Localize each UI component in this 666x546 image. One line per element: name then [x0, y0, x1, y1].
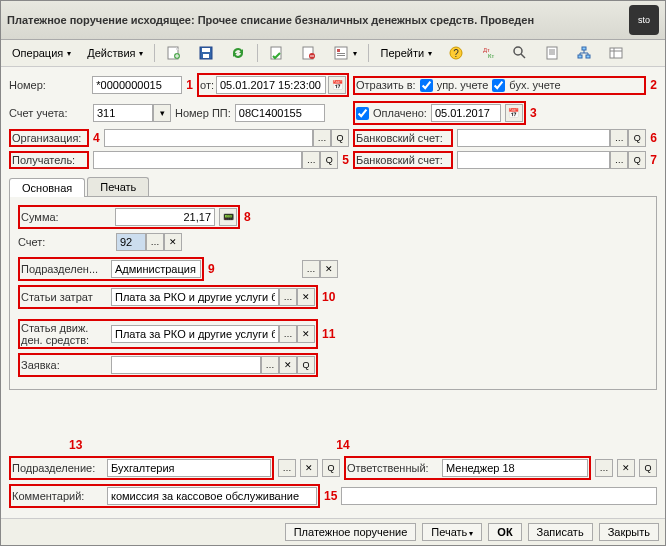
- comment-input-ext[interactable]: [341, 487, 657, 505]
- request-clear-icon[interactable]: ✕: [279, 356, 297, 374]
- footer-ok-button[interactable]: ОК: [488, 523, 521, 541]
- recipient-open-icon[interactable]: Q: [320, 151, 338, 169]
- bottom-podrazd-select-icon[interactable]: …: [278, 459, 296, 477]
- resp-clear-icon[interactable]: ✕: [617, 459, 635, 477]
- tab-main[interactable]: Основная: [9, 178, 85, 197]
- recipient-label: Получатель:: [9, 151, 89, 169]
- tool-find-icon[interactable]: [505, 42, 535, 64]
- tool-unpost-icon[interactable]: [294, 42, 324, 64]
- toolbar: Операция Действия Перейти ? ДтКт: [1, 40, 665, 67]
- footer-close-button[interactable]: Закрыть: [599, 523, 659, 541]
- move-clear-icon[interactable]: ✕: [297, 325, 315, 343]
- request-select-icon[interactable]: …: [261, 356, 279, 374]
- footer-save-button[interactable]: Записать: [528, 523, 593, 541]
- account-label: Счет учета:: [9, 107, 89, 119]
- app-logo: sto: [629, 5, 659, 35]
- org-select-icon[interactable]: …: [313, 129, 331, 147]
- comment-label: Комментарий:: [12, 490, 107, 502]
- bank1-open-icon[interactable]: Q: [628, 129, 646, 147]
- content-area: Номер: 1 от: 📅 Отразить в: упр. учете бу…: [1, 67, 665, 518]
- resp-input[interactable]: [442, 459, 588, 477]
- footer-pp-button[interactable]: Платежное поручение: [285, 523, 417, 541]
- request-open-icon[interactable]: Q: [297, 356, 315, 374]
- schet-clear-icon[interactable]: ✕: [164, 233, 182, 251]
- paid-checkbox[interactable]: [356, 107, 369, 120]
- tool-report-icon[interactable]: [326, 42, 364, 64]
- sum-input[interactable]: [115, 208, 215, 226]
- tool-add-icon[interactable]: [159, 42, 189, 64]
- bank2-select-icon[interactable]: …: [610, 151, 628, 169]
- svg-rect-18: [582, 47, 586, 50]
- podrazd-select-icon[interactable]: …: [302, 260, 320, 278]
- account-input[interactable]: [93, 104, 153, 122]
- reflect-label: Отразить в:: [356, 79, 416, 91]
- bank1-input[interactable]: [457, 129, 610, 147]
- org-label: Организация:: [9, 129, 89, 147]
- upr-label: упр. учете: [437, 79, 489, 91]
- upr-checkbox[interactable]: [420, 79, 433, 92]
- bottom-podrazd-input[interactable]: [107, 459, 271, 477]
- annotation-1: 1: [186, 78, 193, 92]
- tool-post-icon[interactable]: [262, 42, 292, 64]
- pp-input[interactable]: [235, 104, 325, 122]
- annotation-11: 11: [322, 327, 335, 341]
- annotation-8: 8: [244, 210, 251, 224]
- recipient-select-icon[interactable]: …: [302, 151, 320, 169]
- footer-print-button[interactable]: Печать: [422, 523, 482, 541]
- sum-calc-icon[interactable]: 📟: [219, 208, 237, 226]
- bank1-select-icon[interactable]: …: [610, 129, 628, 147]
- comment-input[interactable]: [107, 487, 317, 505]
- date-input[interactable]: [216, 76, 326, 94]
- svg-rect-3: [202, 48, 210, 52]
- cost-clear-icon[interactable]: ✕: [297, 288, 315, 306]
- org-input[interactable]: [104, 129, 313, 147]
- annotation-10: 10: [322, 290, 335, 304]
- tool-help-icon[interactable]: ?: [441, 42, 471, 64]
- bottom-podrazd-clear-icon[interactable]: ✕: [300, 459, 318, 477]
- bank2-input[interactable]: [457, 151, 610, 169]
- goto-menu[interactable]: Перейти: [373, 44, 439, 62]
- paid-date-input[interactable]: [431, 104, 501, 122]
- tool-save-icon[interactable]: [191, 42, 221, 64]
- move-select-icon[interactable]: …: [279, 325, 297, 343]
- move-input[interactable]: [111, 325, 279, 343]
- cost-input[interactable]: [111, 288, 279, 306]
- calendar-icon[interactable]: 📅: [328, 76, 346, 94]
- buh-label: бух. учете: [509, 79, 560, 91]
- tab-print[interactable]: Печать: [87, 177, 149, 196]
- actions-menu[interactable]: Действия: [80, 44, 150, 62]
- paid-calendar-icon[interactable]: 📅: [505, 104, 523, 122]
- account-dropdown-icon[interactable]: ▾: [153, 104, 171, 122]
- bottom-podrazd-label: Подразделение:: [12, 462, 107, 474]
- tool-refresh-icon[interactable]: [223, 42, 253, 64]
- svg-point-16: [514, 47, 522, 55]
- schet-input[interactable]: [116, 233, 146, 251]
- annotation-6: 6: [650, 131, 657, 145]
- podrazd-input[interactable]: [111, 260, 201, 278]
- schet-label: Счет:: [18, 236, 112, 248]
- bottom-podrazd-open-icon[interactable]: Q: [322, 459, 340, 477]
- paid-label: Оплачено:: [373, 107, 427, 119]
- request-input[interactable]: [111, 356, 261, 374]
- tool-list-icon[interactable]: [601, 42, 631, 64]
- resp-select-icon[interactable]: …: [595, 459, 613, 477]
- tool-dtdk-icon[interactable]: ДтКт: [473, 42, 503, 64]
- recipient-input[interactable]: [93, 151, 302, 169]
- tool-struct-icon[interactable]: [569, 42, 599, 64]
- tab-content-main: Сумма: 📟 8 Счет: … ✕ Подразделен...: [9, 197, 657, 390]
- operation-menu[interactable]: Операция: [5, 44, 78, 62]
- bank2-open-icon[interactable]: Q: [628, 151, 646, 169]
- sum-label: Сумма:: [21, 211, 111, 223]
- number-input[interactable]: [92, 76, 182, 94]
- tool-doc-icon[interactable]: [537, 42, 567, 64]
- org-open-icon[interactable]: Q: [331, 129, 349, 147]
- resp-open-icon[interactable]: Q: [639, 459, 657, 477]
- buh-checkbox[interactable]: [492, 79, 505, 92]
- schet-select-icon[interactable]: …: [146, 233, 164, 251]
- tabs: Основная Печать: [9, 177, 657, 197]
- podrazd-clear-icon[interactable]: ✕: [320, 260, 338, 278]
- number-label: Номер:: [9, 79, 88, 91]
- cost-select-icon[interactable]: …: [279, 288, 297, 306]
- bank2-label: Банковский счет:: [353, 151, 453, 169]
- svg-rect-9: [337, 49, 340, 52]
